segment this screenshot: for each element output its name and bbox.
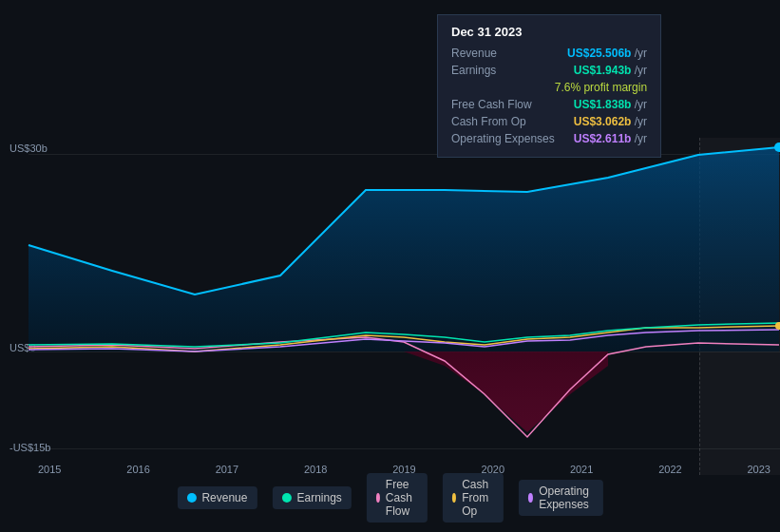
tooltip-row-margin: 7.6% profit margin	[451, 79, 647, 96]
tooltip-label-opex: Operating Expenses	[451, 132, 555, 145]
legend-item-revenue[interactable]: Revenue	[177, 486, 257, 509]
legend-label-revenue: Revenue	[201, 491, 247, 504]
chart-container: Dec 31 2023 Revenue US$25.506b /yr Earni…	[0, 0, 780, 532]
tooltip-row-cashfromop: Cash From Op US$3.062b /yr	[451, 113, 647, 130]
legend-item-fcf[interactable]: Free Cash Flow	[367, 473, 428, 522]
tooltip-row-revenue: Revenue US$25.506b /yr	[451, 45, 647, 62]
legend-item-opex[interactable]: Operating Expenses	[519, 480, 603, 516]
legend-label-cashfromop: Cash From Op	[462, 478, 494, 518]
tooltip-panel: Dec 31 2023 Revenue US$25.506b /yr Earni…	[437, 14, 661, 158]
x-label-2016: 2016	[126, 464, 149, 475]
tooltip-row-fcf: Free Cash Flow US$1.838b /yr	[451, 96, 647, 113]
tooltip-label-cashfromop: Cash From Op	[451, 115, 526, 128]
x-label-2015: 2015	[38, 464, 61, 475]
tooltip-value-revenue: US$25.506b /yr	[567, 47, 647, 60]
tooltip-title: Dec 31 2023	[451, 25, 647, 39]
tooltip-value-fcf: US$1.838b /yr	[574, 98, 647, 111]
chart-svg	[0, 138, 780, 461]
revenue-area	[29, 147, 779, 352]
legend-item-cashfromop[interactable]: Cash From Op	[443, 473, 504, 522]
fcf-neg-area	[404, 352, 608, 432]
legend-dot-revenue	[186, 493, 196, 503]
legend-item-earnings[interactable]: Earnings	[272, 486, 351, 509]
tooltip-row-opex: Operating Expenses US$2.611b /yr	[451, 130, 647, 147]
legend-label-opex: Operating Expenses	[539, 484, 593, 511]
tooltip-label-earnings: Earnings	[451, 64, 496, 77]
tooltip-value-cashfromop: US$3.062b /yr	[574, 115, 647, 128]
tooltip-label-revenue: Revenue	[451, 47, 497, 60]
tooltip-label-fcf: Free Cash Flow	[451, 98, 532, 111]
tooltip-row-earnings: Earnings US$1.943b /yr	[451, 62, 647, 79]
x-label-2023: 2023	[748, 464, 770, 475]
legend-dot-earnings	[281, 493, 291, 503]
chart-legend: Revenue Earnings Free Cash Flow Cash Fro…	[177, 473, 602, 522]
tooltip-profit-margin: 7.6% profit margin	[555, 81, 647, 94]
legend-dot-opex	[528, 493, 533, 503]
legend-label-earnings: Earnings	[296, 491, 341, 504]
x-label-2022: 2022	[658, 464, 681, 475]
fcf-line	[29, 337, 779, 437]
legend-dot-cashfromop	[452, 493, 456, 503]
tooltip-value-opex: US$2.611b /yr	[574, 132, 647, 145]
tooltip-value-earnings: US$1.943b /yr	[574, 64, 647, 77]
legend-label-fcf: Free Cash Flow	[386, 478, 418, 518]
legend-dot-fcf	[376, 493, 380, 503]
